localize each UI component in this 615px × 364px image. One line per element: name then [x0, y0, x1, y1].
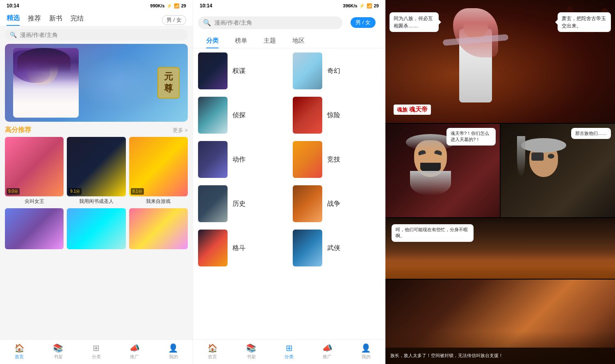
cat-label-zhanjin: 战争: [327, 200, 340, 208]
signal-left: 990K/s: [150, 3, 164, 8]
cat-label-zhentan: 侦探: [232, 111, 246, 120]
promo-label-mid: 推广: [323, 354, 332, 360]
left-panel: 10:14 990K/s ⚡ 📶 29 精选 推荐 新书 完结 男 / 女 🔍 …: [0, 0, 193, 364]
section-header: 高分推荐 更多 >: [0, 122, 193, 137]
signal-mid: 396K/s: [343, 3, 357, 8]
bottom-nav-home-mid[interactable]: 🏠 首页: [207, 343, 218, 360]
bottom-nav-shelf-left[interactable]: 📚 书架: [53, 343, 63, 360]
manga-title-2: 我来自游戏: [129, 198, 188, 205]
cat-thumb-dongzuo: [198, 141, 228, 178]
nav-wanjie[interactable]: 完结: [71, 14, 84, 25]
manga-cover-4: [67, 208, 125, 249]
promo-label-left: 推广: [130, 354, 139, 360]
bottom-nav-category-mid[interactable]: ⊞ 分类: [285, 343, 294, 360]
manga-card-3[interactable]: [5, 208, 64, 249]
manga-card-0[interactable]: 9.0分 尖叫女王: [5, 137, 64, 205]
manga-card-1[interactable]: 9.1分 我用闲书成圣人: [67, 137, 125, 205]
home-label-left: 首页: [15, 354, 24, 360]
nav-xinshu[interactable]: 新书: [49, 14, 62, 25]
score-1: 9.1分: [68, 188, 82, 195]
category-icon-left: ⊞: [93, 343, 100, 353]
search-icon-left: 🔍: [10, 32, 17, 38]
battery-left: 29: [181, 3, 186, 8]
gender-toggle-left[interactable]: 男 / 女: [162, 15, 186, 25]
cat-label-lishi: 历史: [232, 200, 246, 208]
category-label-mid: 分类: [285, 354, 294, 360]
shelf-icon-mid: 📚: [246, 343, 256, 353]
cat-zhentan[interactable]: 侦探: [198, 97, 286, 134]
status-bar-mid: 10:14 396K/s ⚡ 📶 29: [193, 0, 385, 11]
tab-bangdan[interactable]: 榜单: [227, 34, 255, 48]
banner-area[interactable]: 元 尊: [5, 44, 188, 122]
speech-bubble-3: 魂天帝?！你们怎么进入天墓的?！: [446, 128, 496, 146]
cat-row-1: 侦探 惊险: [198, 97, 380, 134]
tab-diqu[interactable]: 地区: [284, 34, 313, 48]
home-label-mid: 首页: [208, 354, 217, 360]
search-bar-mid[interactable]: 🔍: [198, 16, 342, 29]
profile-icon-mid: 👤: [361, 343, 371, 353]
comic-cell-left: 魂天帝?！你们怎么进入天墓的?！: [385, 124, 501, 217]
cat-thumb-qihuan: [293, 52, 322, 89]
banner-title: 元 尊: [157, 67, 180, 98]
status-icons-mid: 396K/s ⚡ 📶 29: [343, 3, 379, 9]
status-icons-left: 990K/s ⚡ 📶 29: [150, 3, 186, 9]
wifi-icon: 📶: [174, 3, 180, 9]
more-link[interactable]: 更多 >: [173, 127, 188, 134]
cat-wuxia[interactable]: 武侠: [293, 230, 381, 266]
bottom-nav-promo-left[interactable]: 📣 推广: [130, 343, 140, 360]
speech-bubble-5: 呵，他们可能现在有些忙，分身不暇啊。: [392, 224, 474, 242]
manga-cover-2: 9.1分: [129, 137, 188, 196]
speech-bubble-2: 萧玄，把陀舍古帝玉交出来。: [558, 12, 611, 32]
wifi-icon-mid: 📶: [367, 3, 372, 9]
nav-tuijian[interactable]: 推荐: [28, 14, 41, 25]
cat-label-qihuan: 奇幻: [327, 67, 340, 75]
cat-label-xianjian: 惊险: [327, 111, 340, 120]
manga-card-2[interactable]: 9.1分 我来自游戏: [129, 137, 188, 205]
banner-character-figure: [13, 48, 79, 118]
manga-cover-1: 9.1分: [67, 137, 125, 196]
cat-dongzuo[interactable]: 动作: [198, 141, 286, 178]
bottom-nav-profile-left[interactable]: 👤 我的: [168, 343, 178, 360]
bottom-nav-profile-mid[interactable]: 👤 我的: [361, 343, 371, 360]
cat-zhanjin[interactable]: 战争: [293, 185, 381, 222]
tab-fenlei[interactable]: 分类: [198, 34, 227, 48]
cat-qihuan[interactable]: 奇幻: [293, 52, 381, 89]
cat-quanmou[interactable]: 权谋: [198, 52, 286, 89]
shelf-icon-left: 📚: [53, 343, 63, 353]
nav-jingxuan[interactable]: 精选: [7, 14, 20, 26]
home-icon-mid: 🏠: [207, 343, 218, 353]
bottom-nav-category-left[interactable]: ⊞ 分类: [92, 343, 101, 360]
cat-thumb-quanmou: [198, 52, 228, 89]
category-list: 权谋 奇幻 侦探 惊险 动作: [193, 48, 385, 339]
speech-bubble-4: 那古族他们……: [571, 128, 611, 139]
search-input-mid[interactable]: [214, 19, 337, 26]
gender-btn-mid[interactable]: 男 / 女: [351, 17, 376, 28]
middle-panel: 10:14 396K/s ⚡ 📶 29 🔍 男 / 女 分类 榜单 主题 地区 …: [193, 0, 385, 364]
profile-label-mid: 我的: [362, 354, 371, 360]
bottom-nav-promo-mid[interactable]: 📣 推广: [322, 343, 333, 360]
section-title: 高分推荐: [5, 126, 31, 134]
manga-card-4[interactable]: [67, 208, 125, 249]
search-bar-left[interactable]: 🔍: [5, 29, 188, 41]
cat-row-3: 历史 战争: [198, 185, 380, 222]
cat-lishi[interactable]: 历史: [198, 185, 286, 222]
time-left: 10:14: [7, 3, 19, 9]
cat-label-wuxia: 武侠: [327, 244, 340, 253]
tab-zhuti[interactable]: 主题: [255, 34, 284, 48]
cat-label-gedou: 格斗: [232, 244, 246, 253]
shelf-label-left: 书架: [54, 354, 63, 360]
search-input-left[interactable]: [20, 32, 183, 38]
category-icon-mid: ⊞: [286, 343, 293, 353]
speech-bubble-1: 同为八族，何必互相厮杀……: [390, 12, 439, 32]
bottom-nav-shelf-mid[interactable]: 📚 书架: [246, 343, 256, 360]
bottom-nav-home-left[interactable]: 🏠 首页: [14, 343, 25, 360]
cat-gedou[interactable]: 格斗: [198, 230, 286, 266]
cat-label-jingji: 竞技: [327, 155, 340, 164]
battery-mid: 29: [374, 3, 379, 8]
cat-xianjian[interactable]: 惊险: [293, 97, 381, 134]
cat-jingji[interactable]: 竞技: [293, 141, 381, 178]
bottom-text: 族长，敌人太多了！空间被封锁，无法传信叫族台支援！: [390, 353, 503, 359]
bottom-nav-mid: 🏠 首页 📚 书架 ⊞ 分类 📣 推广 👤 我的: [193, 339, 385, 364]
manga-card-5[interactable]: [129, 208, 188, 249]
bluetooth-icon-mid: ⚡: [359, 3, 365, 9]
